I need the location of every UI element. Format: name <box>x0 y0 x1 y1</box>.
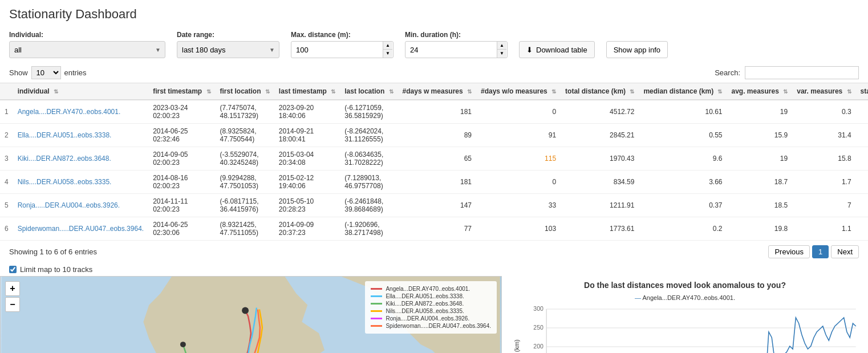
individual-select[interactable]: all Angela...DER.AY470..eobs.4001. Ella.… <box>9 41 165 58</box>
legend-item: Spiderwoman.....DER.AU047..eobs.3964. <box>371 323 491 329</box>
sort-icon-days-wo: ⇅ <box>551 88 556 95</box>
max-distance-up[interactable]: ▲ <box>383 42 392 50</box>
sort-icon-avg-measures: ⇅ <box>783 88 788 95</box>
legend-label: Ronja....DER.AU004..eobs.3926. <box>386 315 469 322</box>
row-number: 6 <box>0 217 13 241</box>
days-wo-cell: 91 <box>476 124 561 147</box>
map-legend: Angela...DER.AY470..eobs.4001.Ella....DE… <box>365 281 497 334</box>
last-location-cell: (-1.920696, 38.2717498) <box>340 217 398 241</box>
col-days-w[interactable]: #days w measures ⇅ <box>398 83 476 100</box>
individual-cell[interactable]: Nils....DER.AU058..eobs.3335. <box>13 171 148 194</box>
col-individual[interactable]: individual ⇅ <box>13 83 148 100</box>
stationary-cell: yes <box>856 171 868 194</box>
sort-icon-last-loc: ⇅ <box>389 88 394 95</box>
entries-select[interactable]: 10 25 50 100 <box>31 66 61 79</box>
sort-icon-median-dist: ⇅ <box>717 88 722 95</box>
min-duration-up[interactable]: ▲ <box>497 42 506 50</box>
last-location-cell: (-8.2642024, 31.1126555) <box>340 124 398 147</box>
col-last-location[interactable]: last location ⇅ <box>340 83 398 100</box>
sort-icon-var-measures: ⇅ <box>847 88 851 95</box>
row-number: 3 <box>0 147 13 171</box>
download-label: Download table <box>536 46 587 54</box>
first-location-cell: (8.9321425, 47.7511055) <box>216 217 274 241</box>
avg-measures-cell: 18.5 <box>727 194 792 217</box>
table-row: 3Kiki....DER.AN872..eobs.3648.2014-09-05… <box>0 147 868 171</box>
first-timestamp-cell: 2014-09-05 02:00:23 <box>148 147 215 171</box>
median-dist-cell: 0.2 <box>639 217 727 241</box>
avg-measures-cell: 15.9 <box>727 124 792 147</box>
total-dist-cell: 834.59 <box>561 171 639 194</box>
legend-label: Ella....DER.AU051..eobs.3338. <box>386 293 464 299</box>
col-total-dist[interactable]: total distance (km) ⇅ <box>561 83 639 100</box>
date-range-label: Date range: <box>177 31 279 39</box>
first-timestamp-cell: 2014-06-25 02:32:46 <box>148 124 215 147</box>
first-location-cell: (-6.0817115, 36.4415976) <box>216 194 274 217</box>
days-wo-cell: 0 <box>476 171 561 194</box>
legend-color <box>371 318 382 319</box>
last-location-cell: (-6.2461848, 39.8684689) <box>340 194 398 217</box>
row-number: 5 <box>0 194 13 217</box>
limit-tracks-checkbox[interactable] <box>9 266 17 273</box>
col-first-timestamp[interactable]: first timestamp ⇅ <box>148 83 215 100</box>
individual-cell[interactable]: Spiderwoman.....DER.AU047..eobs.3964. <box>13 217 148 241</box>
individual-cell[interactable]: Ella....DER.AU051..eobs.3338. <box>13 124 148 147</box>
min-duration-down[interactable]: ▼ <box>497 50 506 58</box>
max-distance-control: Max. distance (m): 100 ▲ ▼ <box>291 31 394 58</box>
show-app-info-button[interactable]: Show app info <box>606 41 668 58</box>
download-table-button[interactable]: ⬇ Download table <box>519 41 595 58</box>
map-zoom-controls: + − <box>5 281 20 312</box>
zoom-in-button[interactable]: + <box>5 281 20 296</box>
total-dist-cell: 1211.91 <box>561 194 639 217</box>
median-dist-cell: 3.66 <box>639 171 727 194</box>
date-range-control: Date range: last 7 days last 30 days las… <box>177 31 279 58</box>
col-first-location[interactable]: first location ⇅ <box>216 83 274 100</box>
first-timestamp-cell: 2014-06-25 02:30:06 <box>148 217 215 241</box>
current-page[interactable]: 1 <box>812 245 829 258</box>
row-number: 4 <box>0 171 13 194</box>
svg-point-1 <box>242 307 249 314</box>
max-distance-down[interactable]: ▼ <box>383 50 392 58</box>
limit-tracks-label[interactable]: Limit map to 10 tracks <box>20 265 92 274</box>
search-input[interactable] <box>745 66 859 79</box>
show-label: Show <box>9 68 28 77</box>
individual-cell[interactable]: Kiki....DER.AN872..eobs.3648. <box>13 147 148 171</box>
svg-text:200: 200 <box>533 343 543 350</box>
stationary-cell: yes <box>856 194 868 217</box>
previous-button[interactable]: Previous <box>768 245 810 258</box>
col-median-dist[interactable]: median distance (km) ⇅ <box>639 83 727 100</box>
col-days-wo[interactable]: #days w/o measures ⇅ <box>476 83 561 100</box>
legend-color <box>371 295 382 297</box>
search-label: Search: <box>715 68 740 77</box>
col-avg-measures[interactable]: avg. measures ⇅ <box>727 83 792 100</box>
next-button[interactable]: Next <box>831 245 859 258</box>
date-range-select[interactable]: last 7 days last 30 days last 180 days l… <box>177 41 279 58</box>
chart-title: Do the last distances moved look anomalo… <box>511 281 859 290</box>
map-container[interactable]: + − 500 km 300 mi StreetMap Aerial Lines <box>0 276 502 353</box>
col-last-timestamp[interactable]: last timestamp ⇅ <box>274 83 340 100</box>
legend-item: Nils....DER.AU058..eobs.3335. <box>371 308 491 314</box>
svg-text:250: 250 <box>533 324 543 331</box>
individual-cell[interactable]: Angela....DER.AY470..eobs.4001. <box>13 100 148 124</box>
individual-cell[interactable]: Ronja.....DER.AU004..eobs.3926. <box>13 194 148 217</box>
last-timestamp-cell: 2015-02-12 19:40:06 <box>274 171 340 194</box>
zoom-out-button[interactable]: − <box>5 297 20 312</box>
entries-label: entries <box>64 68 87 77</box>
last-location-cell: (7.1289013, 46.9757708) <box>340 171 398 194</box>
days-w-cell: 89 <box>398 124 476 147</box>
col-stationary[interactable]: stationary ⇅ <box>856 83 868 100</box>
first-location-cell: (-3.5529074, 40.3245248) <box>216 147 274 171</box>
avg-measures-cell: 19 <box>727 100 792 124</box>
max-distance-input[interactable]: 100 <box>291 41 394 58</box>
last-timestamp-cell: 2015-03-04 20:34:08 <box>274 147 340 171</box>
var-measures-cell: 1.1 <box>792 217 855 241</box>
show-entries-control: Show 10 25 50 100 entries <box>9 66 87 79</box>
first-timestamp-cell: 2023-03-24 02:00:23 <box>148 100 215 124</box>
col-var-measures[interactable]: var. measures ⇅ <box>792 83 855 100</box>
individual-control: Individual: all Angela...DER.AY470..eobs… <box>9 31 165 58</box>
stationary-cell: yes <box>856 147 868 171</box>
col-num <box>0 83 13 100</box>
min-duration-input[interactable]: 24 <box>405 41 508 58</box>
first-timestamp-cell: 2014-11-11 02:00:23 <box>148 194 215 217</box>
last-timestamp-cell: 2015-05-10 20:28:23 <box>274 194 340 217</box>
var-measures-cell: 15.8 <box>792 147 855 171</box>
